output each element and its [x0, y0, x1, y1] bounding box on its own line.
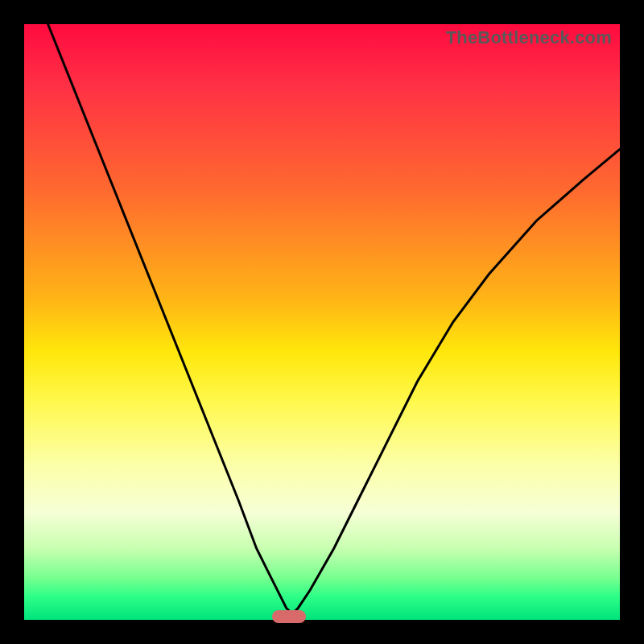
minimum-marker: [272, 610, 306, 623]
plot-area: TheBottleneck.com: [24, 24, 620, 620]
chart-frame: TheBottleneck.com: [0, 0, 644, 644]
curve-path: [24, 0, 620, 614]
bottleneck-curve: [24, 24, 620, 620]
